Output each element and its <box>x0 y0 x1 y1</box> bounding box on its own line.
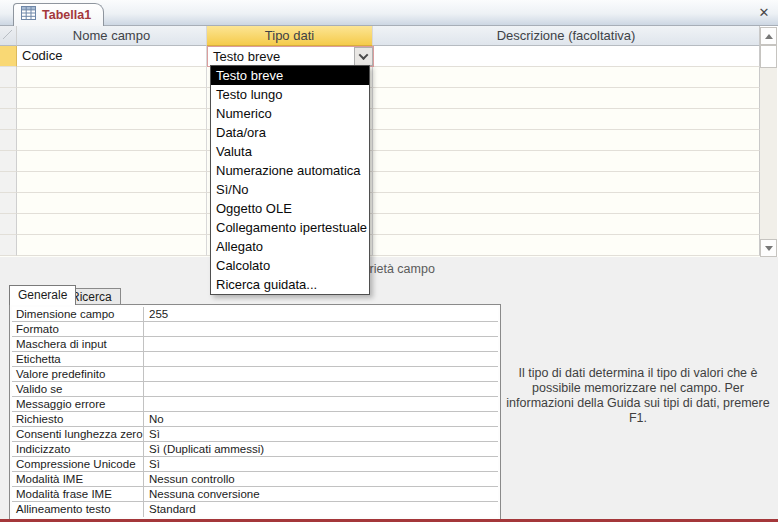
field-name-cell[interactable] <box>17 88 207 109</box>
property-label: Consenti lunghezza zero <box>12 427 144 441</box>
field-description-cell[interactable] <box>373 130 760 151</box>
property-row-richiesto: Richiesto No <box>12 412 498 427</box>
field-description-cell[interactable] <box>373 151 760 172</box>
scroll-down-button[interactable] <box>760 239 777 257</box>
property-value[interactable]: Sì (Duplicati ammessi) <box>144 442 498 456</box>
status-accent-line <box>0 519 778 522</box>
field-description-cell[interactable] <box>373 235 760 256</box>
property-label: Valore predefinito <box>12 367 144 381</box>
field-name-cell[interactable]: Codice <box>17 46 207 67</box>
column-header-tipo-dati[interactable]: Tipo dati <box>207 26 373 46</box>
property-row-maschera-di-input: Maschera di input <box>12 337 498 352</box>
dropdown-item-data-ora[interactable]: Data/ora <box>211 123 369 142</box>
property-label: Formato <box>12 322 144 336</box>
combobox-dropdown-button[interactable] <box>354 47 373 66</box>
row-selector[interactable] <box>0 130 17 151</box>
empty-field-row <box>0 109 760 130</box>
dropdown-item-numerico[interactable]: Numerico <box>211 104 369 123</box>
property-value[interactable]: Sì <box>144 427 498 441</box>
column-header-nome-campo[interactable]: Nome campo <box>17 26 207 46</box>
property-value[interactable] <box>144 382 498 396</box>
scroll-up-button[interactable] <box>760 27 777 45</box>
property-row-dimensione-campo: Dimensione campo 255 <box>12 307 498 322</box>
row-selector-header[interactable] <box>0 26 17 46</box>
vertical-scrollbar[interactable] <box>760 27 777 257</box>
dropdown-item-calcolato[interactable]: Calcolato <box>211 256 369 275</box>
field-description-cell[interactable] <box>373 46 760 67</box>
empty-field-row <box>0 151 760 172</box>
property-value[interactable]: No <box>144 412 498 426</box>
field-name-cell[interactable] <box>17 235 207 256</box>
field-description-cell[interactable] <box>373 109 760 130</box>
empty-field-row <box>0 235 760 256</box>
property-label: Modalità frase IME <box>12 487 144 501</box>
property-label: Etichetta <box>12 352 144 366</box>
field-description-cell[interactable] <box>373 193 760 214</box>
property-row-indicizzato: Indicizzato Sì (Duplicati ammessi) <box>12 442 498 457</box>
dropdown-item-valuta[interactable]: Valuta <box>211 142 369 161</box>
column-header-descrizione[interactable]: Descrizione (facoltativa) <box>373 26 760 46</box>
data-type-combobox[interactable]: Testo breve <box>207 46 374 67</box>
field-description-cell[interactable] <box>373 214 760 235</box>
field-name-cell[interactable] <box>17 193 207 214</box>
field-name-cell[interactable] <box>17 130 207 151</box>
tab-tabella1[interactable]: Tabella1 <box>13 3 104 26</box>
property-value[interactable]: Standard <box>144 502 498 517</box>
field-name-cell[interactable] <box>17 67 207 88</box>
property-label: Richiesto <box>12 412 144 426</box>
triangle-down-icon <box>765 246 773 251</box>
row-selector[interactable] <box>0 214 17 235</box>
dropdown-item-oggetto-ole[interactable]: Oggetto OLE <box>211 199 369 218</box>
field-name-cell[interactable] <box>17 109 207 130</box>
property-value[interactable]: 255 <box>144 307 498 321</box>
row-selector[interactable] <box>0 193 17 214</box>
empty-field-row <box>0 214 760 235</box>
field-name-cell[interactable] <box>17 214 207 235</box>
property-row-modalita-ime: Modalità IME Nessun controllo <box>12 472 498 487</box>
tab-generale[interactable]: Generale <box>9 285 76 305</box>
dropdown-item-si-no[interactable]: Sì/No <box>211 180 369 199</box>
property-value[interactable] <box>144 352 498 366</box>
property-row-etichetta: Etichetta <box>12 352 498 367</box>
dropdown-item-testo-lungo[interactable]: Testo lungo <box>211 85 369 104</box>
property-value[interactable]: Sì <box>144 457 498 471</box>
field-description-cell[interactable] <box>373 67 760 88</box>
property-label: Dimensione campo <box>12 307 144 321</box>
field-name-cell[interactable] <box>17 151 207 172</box>
dropdown-item-testo-breve[interactable]: Testo breve <box>211 66 369 85</box>
property-value[interactable] <box>144 322 498 336</box>
dropdown-item-numerazione-automatica[interactable]: Numerazione automatica <box>211 161 369 180</box>
access-table-design-window: Tabella1 ✕ Nome campo Tipo dati Descrizi… <box>0 0 778 527</box>
close-icon[interactable]: ✕ <box>756 5 772 21</box>
property-value[interactable]: Nessun controllo <box>144 472 498 486</box>
field-description-cell[interactable] <box>373 88 760 109</box>
property-value[interactable] <box>144 397 498 411</box>
table-icon <box>21 6 36 24</box>
row-selector-active[interactable] <box>0 46 17 67</box>
property-label: Messaggio errore <box>12 397 144 411</box>
dropdown-item-collegamento-ipertestuale[interactable]: Collegamento ipertestuale <box>211 218 369 237</box>
dropdown-item-ricerca-guidata[interactable]: Ricerca guidata... <box>211 275 369 294</box>
empty-field-row <box>0 88 760 109</box>
row-selector[interactable] <box>0 109 17 130</box>
row-selector[interactable] <box>0 88 17 109</box>
property-value[interactable]: Nessuna conversione <box>144 487 498 501</box>
row-selector[interactable] <box>0 235 17 256</box>
dropdown-item-allegato[interactable]: Allegato <box>211 237 369 256</box>
scrollbar-thumb[interactable] <box>760 45 777 68</box>
property-value[interactable] <box>144 367 498 381</box>
field-description-cell[interactable] <box>373 172 760 193</box>
row-selector[interactable] <box>0 172 17 193</box>
empty-field-row <box>0 67 760 88</box>
triangle-up-icon <box>765 34 773 39</box>
property-grid: Dimensione campo 255 Formato Maschera di… <box>9 304 501 520</box>
property-label: Compressione Unicode <box>12 457 144 471</box>
row-selector[interactable] <box>0 67 17 88</box>
tab-title: Tabella1 <box>42 8 91 22</box>
property-label: Indicizzato <box>12 442 144 456</box>
empty-field-row <box>0 172 760 193</box>
row-selector[interactable] <box>0 151 17 172</box>
field-properties-pane: Proprietà campo Generale Ricerca Dimensi… <box>0 257 778 519</box>
field-name-cell[interactable] <box>17 172 207 193</box>
property-value[interactable] <box>144 337 498 351</box>
